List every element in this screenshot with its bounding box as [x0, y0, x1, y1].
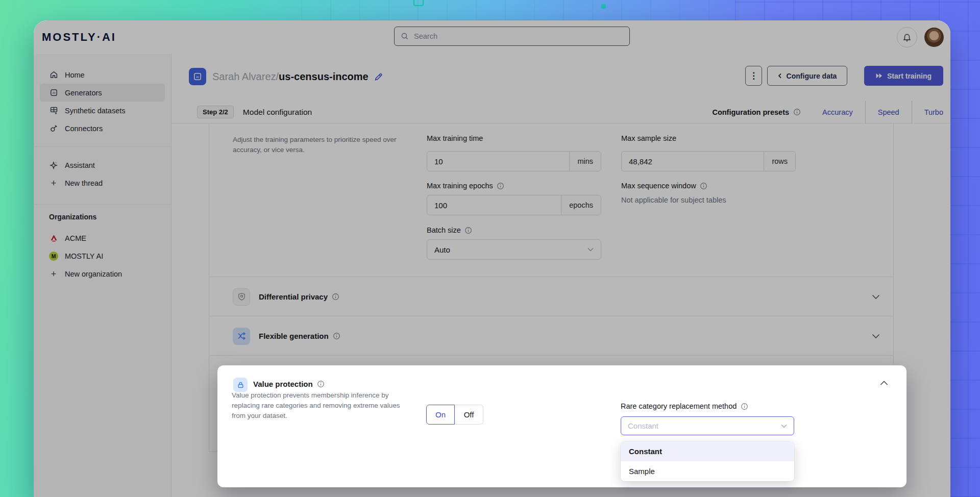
chevron-up-icon[interactable] — [880, 381, 888, 386]
desktop-background: MOSTLY·AI Search Home AI Generators — [0, 0, 980, 497]
value-protection-title: Value protection — [253, 380, 325, 388]
background-grid-pattern-top — [301, 0, 740, 20]
toggle-on-button[interactable]: On — [426, 405, 455, 425]
value-protection-panel: Value protection Value protection preven… — [217, 365, 906, 487]
app-window: MOSTLY·AI Search Home AI Generators — [34, 20, 950, 497]
rare-category-replacement-select[interactable]: Constant — [621, 416, 794, 435]
info-icon[interactable] — [317, 380, 325, 388]
rare-category-replacement-label: Rare category replacement method — [621, 402, 748, 410]
decor-dot — [601, 4, 606, 9]
value-protection-toggle: On Off — [426, 405, 483, 425]
rare-category-dropdown-menu: Constant Sample — [621, 441, 794, 481]
value-protection-description: Value protection prevents membership inf… — [232, 390, 411, 421]
chevron-down-icon — [781, 424, 787, 428]
toggle-off-button[interactable]: Off — [455, 405, 483, 425]
decor-square — [413, 0, 424, 6]
dropdown-option-sample[interactable]: Sample — [621, 461, 794, 481]
dropdown-option-constant[interactable]: Constant — [621, 441, 794, 461]
info-icon[interactable] — [741, 403, 748, 410]
lock-icon — [233, 378, 248, 392]
select-placeholder: Constant — [628, 421, 658, 430]
